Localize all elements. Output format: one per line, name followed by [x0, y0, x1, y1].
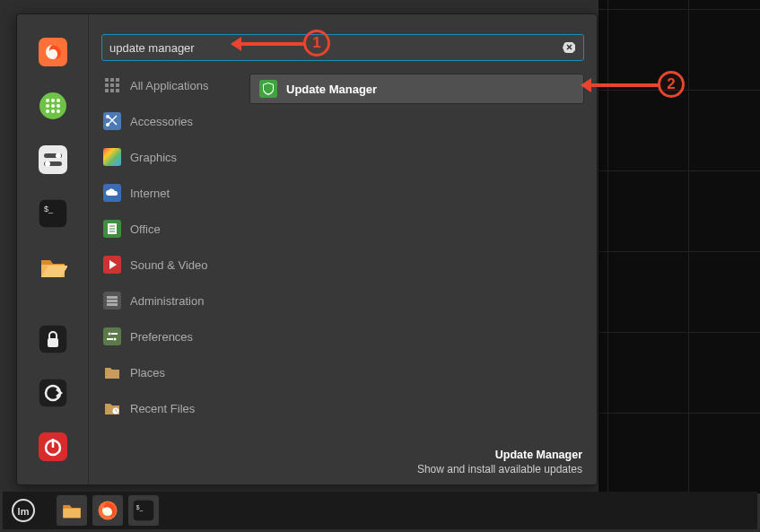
- svg-point-11: [57, 109, 60, 113]
- taskbar-firefox[interactable]: [92, 495, 123, 526]
- svg-point-37: [106, 115, 109, 118]
- category-label: Graphics: [130, 151, 177, 164]
- scissors-icon: [103, 112, 121, 130]
- favorite-firefox[interactable]: [35, 34, 71, 70]
- svg-rect-52: [111, 333, 118, 335]
- svg-rect-26: [105, 78, 109, 82]
- category-accessories[interactable]: Accessories: [101, 109, 249, 133]
- result-label: Update Manager: [286, 83, 377, 96]
- document-icon: [103, 220, 121, 238]
- clear-search-icon[interactable]: [562, 40, 576, 55]
- svg-point-7: [51, 104, 55, 108]
- category-label: All Applications: [130, 79, 208, 92]
- category-places[interactable]: Places: [101, 361, 249, 384]
- admin-icon: [103, 292, 121, 310]
- palette-icon: [103, 148, 121, 166]
- svg-point-3: [46, 99, 49, 102]
- description-title: Update Manager: [417, 449, 582, 461]
- svg-rect-17: [39, 199, 67, 228]
- category-preferences[interactable]: Preferences: [101, 325, 249, 348]
- category-label: Accessories: [130, 115, 193, 128]
- category-label: Recent Files: [130, 402, 195, 415]
- svg-point-5: [57, 99, 60, 102]
- taskbar-files[interactable]: [57, 495, 87, 526]
- annotation-step-2: 2: [658, 71, 685, 98]
- svg-rect-30: [110, 83, 114, 87]
- logout-button[interactable]: [35, 375, 71, 411]
- category-label: Preferences: [130, 330, 193, 344]
- svg-point-53: [114, 338, 117, 341]
- cloud-icon: [103, 184, 121, 202]
- favorites-sidebar: $_: [17, 14, 89, 484]
- annotation-arrow-2: [582, 83, 659, 87]
- taskbar-terminal[interactable]: $_: [128, 495, 159, 526]
- category-internet[interactable]: Internet: [101, 181, 249, 205]
- category-graphics[interactable]: Graphics: [101, 145, 249, 169]
- svg-rect-31: [116, 83, 119, 87]
- svg-rect-29: [105, 83, 109, 87]
- category-sound-video[interactable]: Sound & Video: [101, 253, 249, 276]
- svg-point-14: [56, 153, 61, 159]
- svg-text:lm: lm: [18, 506, 30, 517]
- shield-icon: [259, 80, 277, 98]
- svg-rect-38: [103, 148, 121, 166]
- category-label: Administration: [130, 294, 204, 308]
- category-list: All Applications Accessories Graphics In…: [101, 74, 249, 475]
- svg-rect-32: [105, 89, 109, 92]
- category-recent-files[interactable]: Recent Files: [101, 397, 249, 420]
- favorite-settings[interactable]: [35, 142, 71, 178]
- category-label: Sound & Video: [130, 258, 208, 272]
- svg-point-36: [106, 123, 109, 126]
- taskbar: lm $_: [3, 492, 757, 529]
- svg-rect-49: [107, 303, 118, 306]
- annotation-step-1: 1: [303, 30, 330, 57]
- category-all[interactable]: All Applications: [101, 74, 249, 97]
- power-button[interactable]: [35, 429, 71, 465]
- category-label: Office: [130, 222, 161, 236]
- application-menu: $_ All Applications: [16, 13, 598, 485]
- svg-point-10: [51, 109, 55, 113]
- svg-text:$_: $_: [136, 504, 144, 511]
- svg-rect-34: [116, 89, 119, 92]
- favorite-apps-grid[interactable]: [35, 88, 71, 124]
- play-icon: [103, 256, 121, 274]
- svg-rect-33: [110, 89, 114, 92]
- result-update-manager[interactable]: Update Manager: [249, 74, 584, 104]
- favorite-terminal[interactable]: $_: [35, 196, 71, 231]
- svg-rect-54: [107, 338, 113, 340]
- favorite-files[interactable]: [35, 249, 71, 285]
- svg-rect-28: [116, 78, 119, 82]
- category-administration[interactable]: Administration: [101, 289, 249, 312]
- folder-recent-icon: [103, 399, 121, 417]
- search-input[interactable]: [109, 41, 562, 55]
- svg-point-51: [109, 333, 111, 336]
- grid-icon: [103, 76, 121, 94]
- svg-point-16: [45, 161, 50, 167]
- preferences-icon: [103, 327, 121, 345]
- menu-button[interactable]: lm: [8, 495, 39, 526]
- folder-icon: [103, 363, 121, 381]
- lock-button[interactable]: [35, 321, 71, 357]
- svg-point-9: [46, 109, 49, 113]
- category-label: Places: [130, 366, 165, 379]
- results-list: Update Manager: [249, 74, 584, 475]
- svg-text:$_: $_: [44, 205, 54, 214]
- description-body: Show and install available updates: [417, 463, 582, 475]
- svg-rect-27: [110, 78, 114, 82]
- svg-point-6: [46, 104, 49, 108]
- annotation-arrow-1: [232, 42, 304, 46]
- svg-rect-47: [107, 296, 118, 299]
- svg-rect-48: [107, 300, 118, 302]
- svg-rect-61: [133, 500, 154, 521]
- search-field[interactable]: [101, 34, 584, 61]
- svg-rect-21: [39, 379, 67, 407]
- category-office[interactable]: Office: [101, 217, 249, 240]
- svg-rect-20: [48, 338, 58, 347]
- svg-rect-50: [103, 327, 121, 345]
- app-description: Update Manager Show and install availabl…: [417, 449, 582, 475]
- svg-rect-12: [39, 145, 67, 174]
- category-label: Internet: [130, 187, 170, 200]
- svg-point-4: [51, 99, 55, 102]
- svg-point-8: [57, 104, 60, 108]
